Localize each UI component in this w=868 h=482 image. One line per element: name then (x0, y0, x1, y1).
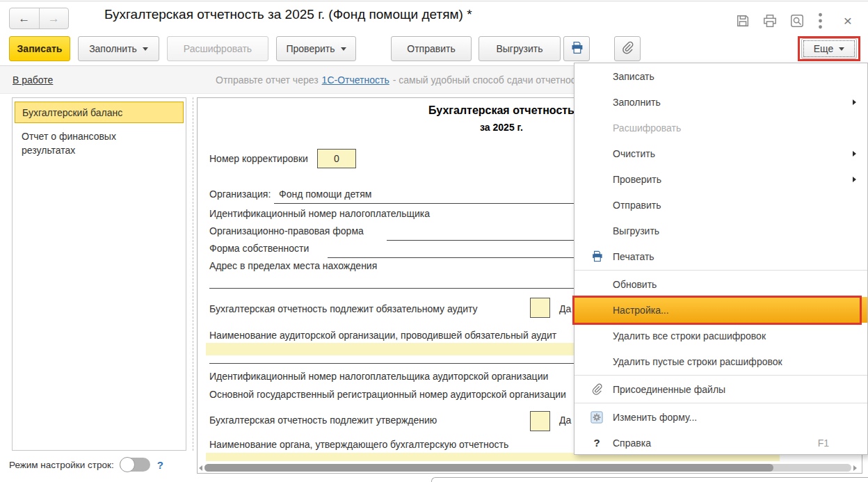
menu-item-edit-form[interactable]: Изменить форму... (574, 404, 867, 430)
menu-item-attached-files[interactable]: Присоединенные файлы (574, 376, 867, 402)
save-button[interactable]: Записать (9, 36, 70, 61)
chevron-down-icon (341, 47, 346, 51)
menu-item-check[interactable]: Проверить (574, 166, 867, 192)
export-button[interactable]: Выгрузить (479, 36, 561, 61)
report-sections-list: Бухгалтерский баланс Отчет о финансовых … (12, 97, 186, 451)
back-button[interactable]: ← (10, 8, 40, 29)
app-window: ← → Бухгалтерская отчетность за 2025 г. … (0, 0, 868, 482)
status-text: - самый удобный способ сдачи отчетности. (393, 74, 588, 86)
menu-item-print[interactable]: Печатать (574, 243, 867, 269)
auditor-name-label: Наименование аудиторской организации, пр… (209, 330, 556, 341)
panel-splitter[interactable] (193, 97, 193, 451)
preview-icon[interactable] (788, 12, 806, 30)
menu-item-label: Присоединенные файлы (613, 384, 725, 395)
service-link[interactable]: 1С-Отчетность (322, 74, 389, 86)
organization-label: Организация: (209, 188, 271, 200)
legal-form-label: Организационно-правовая форма (209, 225, 364, 236)
nav-button-group: ← → (9, 8, 69, 29)
chevron-down-icon (839, 47, 844, 51)
print-icon[interactable] (761, 12, 779, 30)
menu-item-label: Удалить все строки расшифровок (613, 330, 766, 342)
menu-item-label: Печатать (613, 251, 654, 262)
menu-item-label: Обновить (613, 279, 657, 290)
submenu-arrow-icon (853, 151, 856, 156)
inn-label: Идентификационный номер налогоплательщик… (209, 208, 430, 219)
scrollbar-track[interactable] (204, 464, 851, 472)
menu-item-label: Изменить форму... (613, 412, 697, 423)
fill-button[interactable]: Заполнить (78, 36, 159, 61)
audit-required-label: Бухгалтерская отчетность подлежит обязат… (209, 303, 478, 314)
status-state-link[interactable]: В работе (13, 74, 53, 86)
attachments-button[interactable] (614, 36, 641, 61)
forward-button[interactable]: → (40, 8, 69, 29)
kebab-menu-icon[interactable] (813, 12, 827, 30)
approval-required-checkbox[interactable] (530, 411, 550, 431)
menu-item-label: Удалить пустые строки расшифровок (613, 356, 782, 367)
more-button-label: Еще (814, 43, 834, 54)
menu-separator (574, 270, 867, 271)
menu-item-label: Записать (613, 71, 654, 82)
row-settings-toggle[interactable] (120, 458, 150, 472)
submenu-arrow-icon (853, 177, 856, 182)
menu-item-shortcut: F1 (818, 437, 829, 449)
more-dropdown-menu: Записать Заполнить Расшифровать Очистить… (574, 63, 868, 455)
correction-number-input[interactable]: 0 (317, 149, 356, 168)
fill-button-label: Заполнить (89, 43, 137, 54)
menu-item-help[interactable]: ? Справка F1 (574, 430, 867, 456)
menu-item-label: Отправить (613, 200, 661, 211)
row-settings-label: Режим настройки строк: (9, 460, 114, 470)
approval-required-label: Бухгалтерская отчетность подлежит утверж… (209, 415, 437, 426)
send-button[interactable]: Отправить (391, 36, 472, 61)
more-button[interactable]: Еще (801, 38, 857, 59)
menu-item-send[interactable]: Отправить (574, 192, 867, 218)
menu-item-fill[interactable]: Заполнить (574, 89, 867, 115)
menu-item-decipher: Расшифровать (574, 115, 867, 140)
print-icon (570, 40, 584, 57)
sidebar-item-financial-results[interactable]: Отчет о финансовых результатах (22, 129, 161, 157)
check-button-label: Проверить (286, 43, 335, 54)
check-button[interactable]: Проверить (276, 36, 356, 61)
sidebar-item-balance[interactable]: Бухгалтерский баланс (15, 102, 184, 123)
address-label: Адрес в пределах места нахождения (209, 260, 377, 271)
menu-item-label: Заполнить (613, 97, 661, 108)
menu-item-delete-empty-decipher-rows[interactable]: Удалить пустые строки расшифровок (574, 348, 867, 374)
status-text: Отправьте отчет через (216, 74, 319, 86)
decipher-button: Расшифровать (167, 36, 268, 61)
menu-item-export[interactable]: Выгрузить (574, 218, 867, 243)
toggle-knob (120, 457, 135, 472)
correction-number-label: Номер корректировки (209, 153, 308, 164)
auditor-inn-label: Идентификационный номер налогоплательщик… (209, 371, 548, 382)
scroll-right-icon[interactable] (853, 465, 857, 471)
approving-body-label: Наименование органа, утверждающего бухга… (209, 439, 508, 450)
menu-item-clear[interactable]: Очистить (574, 140, 867, 166)
submenu-arrow-icon (853, 99, 856, 105)
window-top-border (0, 1, 868, 1)
menu-item-settings[interactable]: Настройка... (574, 297, 867, 323)
ownership-label: Форма собственности (209, 243, 309, 254)
menu-item-save[interactable]: Записать (574, 63, 867, 89)
menu-item-refresh[interactable]: Обновить (574, 271, 867, 297)
row-settings-help-link[interactable]: ? (157, 459, 163, 471)
approval-yes-label: Да (559, 415, 571, 426)
close-icon[interactable]: × (839, 12, 857, 30)
menu-item-label: Справка (613, 437, 651, 449)
scroll-left-icon[interactable] (199, 465, 202, 471)
save-icon[interactable] (734, 12, 752, 30)
menu-item-label: Выгрузить (613, 225, 659, 236)
page-title: Бухгалтерская отчетность за 2025 г. (Фон… (104, 7, 472, 22)
menu-item-label: Проверить (613, 174, 661, 185)
status-message: Отправьте отчет через1С-Отчетность- самы… (216, 74, 607, 86)
print-button[interactable] (563, 36, 590, 61)
row-settings-mode: Режим настройки строк: ? (9, 458, 163, 472)
audit-required-checkbox[interactable] (530, 298, 550, 318)
menu-item-delete-all-decipher-rows[interactable]: Удалить все строки расшифровок (574, 323, 867, 348)
edit-form-icon (588, 411, 605, 424)
paperclip-icon (588, 383, 605, 396)
menu-item-label: Расшифровать (613, 122, 681, 134)
help-icon: ? (588, 437, 605, 449)
horizontal-scrollbar[interactable] (199, 463, 857, 473)
auditor-ogrn-label: Основной государственный регистрационный… (209, 389, 566, 400)
scrollbar-thumb[interactable] (204, 464, 773, 472)
menu-separator (574, 403, 867, 403)
menu-item-label: Настройка... (613, 305, 669, 316)
